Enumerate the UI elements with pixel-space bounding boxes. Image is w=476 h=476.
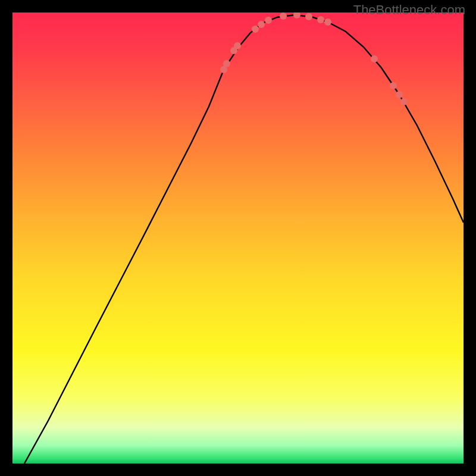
watermark-text: TheBottleneck.com (353, 2, 465, 18)
plot-area (12, 12, 464, 464)
data-marker (280, 12, 287, 20)
markers-group (220, 12, 408, 105)
data-marker (234, 42, 241, 49)
data-marker (400, 98, 408, 105)
data-marker (390, 82, 397, 89)
data-marker (265, 17, 272, 24)
data-marker (317, 16, 324, 23)
data-marker (293, 12, 300, 18)
data-marker (305, 13, 312, 20)
chart-svg (12, 12, 464, 464)
data-marker (258, 21, 265, 28)
data-marker (223, 60, 230, 67)
data-marker (396, 91, 403, 98)
data-marker (252, 26, 259, 33)
bottleneck-curve (24, 15, 464, 464)
data-marker (324, 18, 331, 26)
data-marker (371, 55, 378, 62)
